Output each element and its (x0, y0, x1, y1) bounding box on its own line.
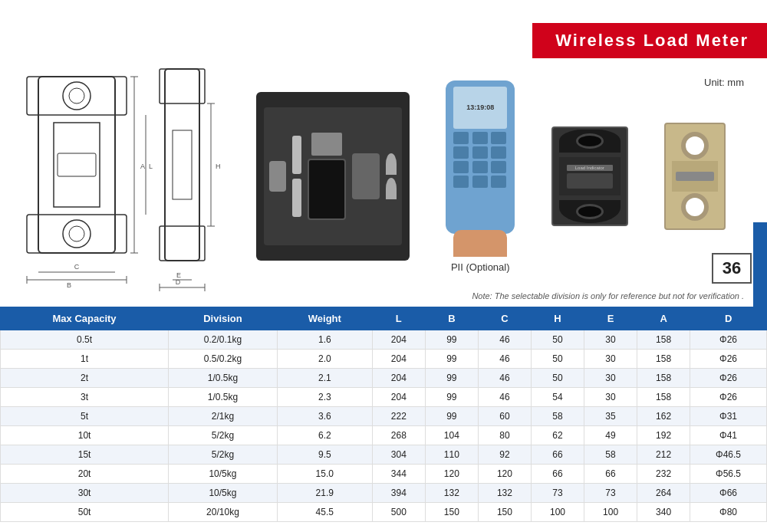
table-cell-r7-c7: 66 (584, 465, 637, 484)
svg-point-6 (69, 226, 84, 241)
table-cell-r9-c9: Φ80 (690, 503, 767, 522)
col-header-division: Division (169, 307, 278, 330)
col-header-l: L (372, 307, 425, 330)
table-row: 2t1/0.5kg2.120499465030158Φ26 (1, 369, 767, 388)
col-header-h: H (531, 307, 584, 330)
table-cell-r1-c1: 0.5/0.2kg (169, 350, 278, 369)
table-cell-r2-c2: 2.1 (277, 369, 372, 388)
table-cell-r7-c1: 10/5kg (169, 465, 278, 484)
kit-remote (269, 161, 286, 192)
table-cell-r0-c4: 99 (425, 330, 478, 350)
col-header-e: E (584, 307, 637, 330)
svg-rect-23 (160, 226, 205, 261)
product-images-area: 13:19:08 PII (Optional) (238, 46, 744, 307)
table-cell-r3-c4: 99 (425, 388, 478, 407)
svg-text:B: B (67, 281, 71, 289)
table-cell-r7-c6: 66 (531, 465, 584, 484)
table-cell-r1-c6: 50 (531, 350, 584, 369)
table-cell-r2-c6: 50 (531, 369, 584, 388)
table-cell-r9-c2: 45.5 (277, 503, 372, 522)
table-row: 3t1/0.5kg2.320499465430158Φ26 (1, 388, 767, 407)
kit-box-image (256, 92, 410, 261)
table-row: 50t20/10kg45.5500150150100100340Φ80 (1, 503, 767, 522)
flat-label (676, 172, 714, 181)
svg-text:E: E (176, 271, 181, 279)
table-cell-r8-c1: 10/5kg (169, 484, 278, 503)
table-cell-r3-c6: 54 (531, 388, 584, 407)
table-cell-r5-c3: 268 (372, 426, 425, 445)
table-cell-r6-c4: 110 (425, 445, 478, 465)
table-cell-r8-c7: 73 (584, 484, 637, 503)
table-cell-r8-c5: 132 (478, 484, 531, 503)
table-cell-r8-c8: 264 (637, 484, 690, 503)
table-cell-r0-c0: 0.5t (1, 330, 169, 350)
col-header-b: B (425, 307, 478, 330)
pii-label: PII (Optional) (451, 261, 510, 273)
table-cell-r2-c9: Φ26 (690, 369, 767, 388)
svg-rect-8 (58, 153, 96, 176)
table-cell-r5-c6: 62 (531, 426, 584, 445)
table-cell-r2-c8: 158 (637, 369, 690, 388)
technical-drawing: B C A L H D E (15, 46, 230, 307)
table-cell-r1-c3: 204 (372, 350, 425, 369)
col-header-a: A (637, 307, 690, 330)
svg-rect-21 (165, 69, 199, 261)
kit-meter-unit (308, 159, 346, 220)
table-cell-r9-c8: 340 (637, 503, 690, 522)
table-cell-r4-c0: 5t (1, 407, 169, 426)
table-cell-r0-c6: 50 (531, 330, 584, 350)
kit-display (352, 153, 380, 199)
svg-text:L: L (149, 163, 153, 170)
table-cell-r4-c6: 58 (531, 407, 584, 426)
table-cell-r4-c9: Φ31 (690, 407, 767, 426)
table-cell-r8-c2: 21.9 (277, 484, 372, 503)
table-cell-r4-c5: 60 (478, 407, 531, 426)
table-cell-r7-c8: 232 (637, 465, 690, 484)
table-cell-r8-c4: 132 (425, 484, 478, 503)
table-cell-r6-c6: 66 (531, 445, 584, 465)
table-cell-r7-c5: 120 (478, 465, 531, 484)
table-cell-r5-c7: 49 (584, 426, 637, 445)
table-cell-r4-c4: 99 (425, 407, 478, 426)
svg-text:A: A (140, 163, 145, 170)
table-cell-r2-c7: 30 (584, 369, 637, 388)
table-cell-r3-c7: 30 (584, 388, 637, 407)
table-row: 0.5t0.2/0.1kg1.620499465030158Φ26 (1, 330, 767, 350)
table-row: 5t2/1kg3.622299605835162Φ31 (1, 407, 767, 426)
table-cell-r7-c3: 344 (372, 465, 425, 484)
table-cell-r1-c4: 99 (425, 350, 478, 369)
table-cell-r5-c9: Φ41 (690, 426, 767, 445)
table-cell-r2-c5: 46 (478, 369, 531, 388)
table-row: 15t5/2kg9.5304110926658212Φ46.5 (1, 445, 767, 465)
svg-point-3 (63, 82, 91, 110)
table-cell-r5-c1: 5/2kg (169, 426, 278, 445)
table-cell-r3-c8: 158 (637, 388, 690, 407)
svg-text:C: C (74, 263, 80, 271)
table-cell-r2-c4: 99 (425, 369, 478, 388)
page-number: 36 (712, 253, 752, 284)
kit-hook-1 (292, 136, 301, 174)
table-cell-r4-c3: 222 (372, 407, 425, 426)
table-cell-r3-c2: 2.3 (277, 388, 372, 407)
col-header-c: C (478, 307, 531, 330)
table-cell-r1-c5: 46 (478, 350, 531, 369)
table-cell-r0-c5: 46 (478, 330, 531, 350)
table-cell-r6-c0: 15t (1, 445, 169, 465)
handheld-screen: 13:19:08 (453, 87, 507, 129)
table-cell-r0-c2: 1.6 (277, 330, 372, 350)
table-cell-r7-c4: 120 (425, 465, 478, 484)
table-cell-r4-c8: 162 (637, 407, 690, 426)
side-tab (753, 222, 767, 314)
table-cell-r6-c7: 58 (584, 445, 637, 465)
table-cell-r6-c5: 92 (478, 445, 531, 465)
flat-body (672, 161, 718, 192)
kit-hook-2 (292, 179, 301, 217)
page-title: Wireless Load Meter (555, 31, 749, 50)
title-bar: Wireless Load Meter (532, 23, 767, 58)
table-cell-r1-c9: Φ26 (690, 350, 767, 369)
svg-point-5 (63, 220, 91, 248)
handheld-device: 13:19:08 (446, 80, 515, 234)
table-cell-r1-c7: 30 (584, 350, 637, 369)
table-cell-r5-c8: 192 (637, 426, 690, 445)
table-cell-r2-c1: 1/0.5kg (169, 369, 278, 388)
